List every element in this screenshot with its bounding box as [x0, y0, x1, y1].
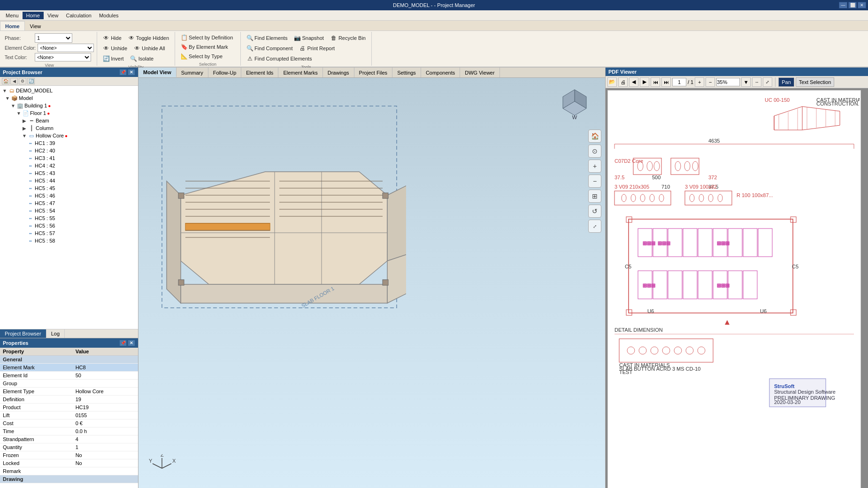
tree-item-hc5-44[interactable]: ▪▪ HC5 : 44: [1, 177, 137, 184]
browser-tab-log[interactable]: Log: [46, 329, 65, 338]
minimize-button[interactable]: —: [839, 2, 847, 8]
browser-home-button[interactable]: 🏠: [2, 78, 9, 84]
tree-item-hc3[interactable]: ▪▪ HC3 : 41: [1, 154, 137, 162]
rotate-button[interactable]: ↺: [588, 205, 601, 218]
menu-home[interactable]: Home: [23, 12, 44, 19]
fit-button[interactable]: ⤢: [588, 220, 601, 233]
tree-item-building1[interactable]: ▼ 🏢 Building 1 ●: [1, 102, 137, 109]
home-view-button[interactable]: 🏠: [588, 130, 601, 143]
tree-item-hc5-55[interactable]: ▪▪ HC5 : 55: [1, 214, 137, 222]
ribbon-tab-view[interactable]: View: [25, 21, 46, 30]
close-button[interactable]: ✕: [858, 2, 866, 8]
tree-item-hc5-58[interactable]: ▪▪ HC5 : 58: [1, 237, 137, 244]
tree-item-floor1[interactable]: ▼ 📄 Floor 1 ●: [1, 109, 137, 117]
prop-row-frozen[interactable]: Frozen No: [0, 451, 138, 459]
pdf-last-page-button[interactable]: ⏭: [661, 77, 671, 87]
invert-button[interactable]: 🔄 Invert: [100, 53, 127, 64]
browser-settings-button[interactable]: ⚙: [19, 78, 26, 84]
pdf-zoom-in-button[interactable]: +: [695, 77, 704, 87]
prop-row-remark[interactable]: Remark: [0, 467, 138, 475]
properties-close-button[interactable]: ✕: [128, 340, 135, 346]
view-tab-elementmarks[interactable]: Element Marks: [278, 68, 323, 77]
prop-row-element-mark[interactable]: Element Mark HC8: [0, 364, 138, 372]
find-component-button[interactable]: 🔍 Find Component: [244, 43, 295, 53]
prop-row-locked[interactable]: Locked No: [0, 459, 138, 467]
pdf-print-button[interactable]: 🖨: [618, 77, 628, 87]
pdf-fit-width-button[interactable]: ↔: [752, 77, 761, 87]
zoom-out-button[interactable]: −: [588, 175, 601, 188]
pdf-text-selection-button[interactable]: Text Selection: [796, 77, 834, 87]
browser-tab-project[interactable]: Project Browser: [0, 329, 46, 338]
pdf-content[interactable]: UC 00-150 CAST IN MATERIALS CONSTRUCTION…: [606, 88, 868, 488]
menu-menu[interactable]: Menu: [2, 12, 23, 19]
pdf-fit-page-button[interactable]: ⤢: [763, 77, 772, 87]
prop-row-time[interactable]: Time 0.0 h: [0, 427, 138, 435]
select-by-definition-button[interactable]: 📋 Select by Definition: [178, 33, 236, 42]
tree-item-hc5-56[interactable]: ▪▪ HC5 : 56: [1, 222, 137, 229]
view-tab-followup[interactable]: Follow-Up: [208, 68, 242, 77]
pdf-zoom-out-button[interactable]: −: [706, 77, 715, 87]
nav-cube[interactable]: W: [558, 87, 591, 120]
view-tab-dwg[interactable]: DWG Viewer: [460, 68, 499, 77]
pdf-prev-page-button[interactable]: ◀: [629, 77, 638, 87]
recycle-bin-button[interactable]: 🗑 Recycle Bin: [328, 33, 369, 43]
prop-row-product[interactable]: Product HC19: [0, 404, 138, 412]
view-tab-elementids[interactable]: Element Ids: [241, 68, 278, 77]
tree-item-demo-model[interactable]: ▼ 🗂 DEMO_MODEL: [1, 87, 137, 94]
unhide-all-button[interactable]: 👁 Unhide All: [131, 43, 168, 53]
tree-item-column[interactable]: ▶ ┃ Column: [1, 124, 137, 132]
tree-item-hollow-core[interactable]: ▼ ▭ Hollow Core ●: [1, 132, 137, 139]
zoom-in-button[interactable]: +: [588, 160, 601, 173]
phase-select[interactable]: 1: [35, 33, 72, 43]
hide-button[interactable]: 👁 Hide: [100, 33, 124, 43]
pdf-pan-button[interactable]: Pan: [778, 77, 794, 87]
properties-pin-button[interactable]: 📌: [119, 340, 127, 346]
element-color-select[interactable]: <None>: [38, 44, 94, 52]
prop-row-element-type[interactable]: Element Type Hollow Core: [0, 388, 138, 396]
pdf-page-input[interactable]: [672, 78, 686, 86]
menu-view[interactable]: View: [44, 12, 62, 19]
tree-item-hc2[interactable]: ▪▪ HC2 : 40: [1, 147, 137, 154]
view-tab-drawings[interactable]: Drawings: [323, 68, 354, 77]
snapshot-button[interactable]: 📷 Snapshot: [291, 33, 326, 43]
building-model-svg[interactable]: SLAB FLOOR 1: [153, 101, 406, 317]
prop-row-cost[interactable]: Cost 0 €: [0, 419, 138, 427]
tree-item-hc5-57[interactable]: ▪▪ HC5 : 57: [1, 229, 137, 237]
find-corrupted-button[interactable]: ⚠ Find Corrupted Elements: [244, 53, 315, 64]
pdf-first-page-button[interactable]: ⏮: [651, 77, 660, 87]
3d-view[interactable]: W 🏠 ⊙ + − ⊞ ↺ ⤢: [138, 78, 605, 488]
tree-item-model[interactable]: ▼ 📦 Model: [1, 94, 137, 102]
unhide-button[interactable]: 👁 Unhide: [100, 43, 130, 53]
tree-item-beam[interactable]: ▶ ━ Beam: [1, 117, 137, 124]
zoom-region-button[interactable]: ⊞: [588, 190, 601, 203]
restore-button[interactable]: ⬜: [848, 2, 857, 8]
print-report-button[interactable]: 🖨 Print Report: [296, 43, 338, 53]
pdf-next-page-button[interactable]: ▶: [640, 77, 649, 87]
view-tab-summary[interactable]: Summary: [177, 68, 208, 77]
text-color-select[interactable]: <None>: [35, 53, 91, 61]
ribbon-tab-home[interactable]: Home: [0, 21, 25, 30]
tree-item-hc5-54[interactable]: ▪▪ HC5 : 54: [1, 207, 137, 214]
tree-item-hc4[interactable]: ▪▪ HC4 : 42: [1, 162, 137, 169]
view-tab-settings[interactable]: Settings: [392, 68, 421, 77]
tree-item-hc5-45[interactable]: ▪▪ HC5 : 45: [1, 184, 137, 192]
browser-close-button[interactable]: ✕: [128, 69, 135, 76]
prop-row-group[interactable]: Group: [0, 380, 138, 388]
pdf-open-button[interactable]: 📂: [607, 77, 617, 87]
isolate-button[interactable]: 🔍 Isolate: [128, 53, 156, 64]
prop-row-quantity[interactable]: Quantity 1: [0, 443, 138, 451]
prop-row-strandpattern[interactable]: Strandpattern 4: [0, 435, 138, 443]
view-tab-model[interactable]: Model View: [138, 68, 177, 77]
menu-modules[interactable]: Modules: [95, 12, 123, 19]
tree-item-hc5-47[interactable]: ▪▪ HC5 : 47: [1, 199, 137, 207]
tree-item-hc5-46[interactable]: ▪▪ HC5 : 46: [1, 192, 137, 199]
find-elements-button[interactable]: 🔍 Find Elements: [244, 33, 290, 43]
view-tab-components[interactable]: Components: [421, 68, 460, 77]
orbit-button[interactable]: ⊙: [588, 145, 601, 158]
view-tab-projectfiles[interactable]: Project Files: [354, 68, 393, 77]
prop-row-definition[interactable]: Definition 19: [0, 396, 138, 404]
toggle-hidden-button[interactable]: 👁 Toggle Hidden: [125, 33, 172, 43]
browser-refresh-button[interactable]: 🔄: [27, 78, 35, 84]
by-element-mark-button[interactable]: 🔖 By Element Mark: [178, 42, 231, 52]
pdf-zoom-input[interactable]: [716, 78, 740, 86]
